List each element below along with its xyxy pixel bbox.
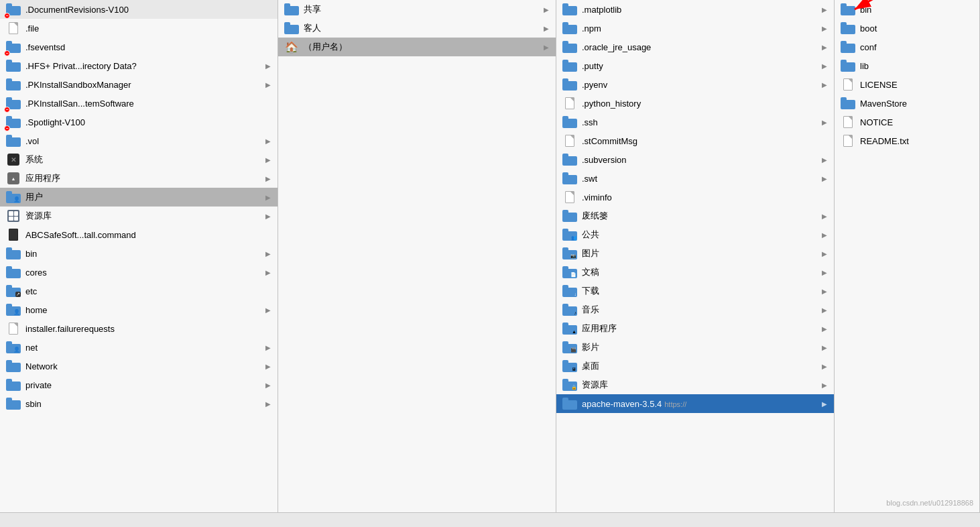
icon-movies: 🎬	[562, 339, 578, 355]
icon-applications: ▲	[5, 170, 21, 186]
item-label-conf: conf	[860, 42, 974, 52]
list-item-putty[interactable]: .putty▶	[556, 56, 834, 75]
column-1[interactable]: −.DocumentRevisions-V100 .file −.fsevent…	[0, 0, 278, 512]
list-item-stcommitmsg[interactable]: .stCommitMsg	[556, 131, 834, 150]
list-item-python-history[interactable]: .python_history	[556, 94, 834, 113]
chevron-applications: ▶	[264, 174, 272, 182]
icon-file	[5, 20, 21, 36]
item-label-pictures: 图片	[582, 247, 818, 259]
item-label-hfs-priv: .HFS+ Privat...irectory Data?	[25, 61, 261, 71]
list-item-share[interactable]: 共享▶	[278, 0, 556, 19]
list-item-abcsafesoft[interactable]: ABCSafeSoft...tall.command	[0, 225, 278, 244]
list-item-installer[interactable]: installer.failurerequests	[0, 319, 278, 338]
list-item-public[interactable]: 👥 公共▶	[556, 225, 834, 244]
icon-documents: 📄	[562, 264, 578, 280]
item-label-pyenv: .pyenv	[582, 80, 818, 90]
item-label-oracle-jre: .oracle_jre_usage	[582, 42, 818, 52]
list-item-pkinstall-san[interactable]: −.PKInstallSan...temSoftware	[0, 94, 278, 113]
icon-bin2	[840, 1, 856, 17]
list-item-pictures[interactable]: 📷 图片▶	[556, 244, 834, 263]
column-2[interactable]: 共享▶ 客人▶🏠（用户名）▶	[278, 0, 556, 512]
list-item-library2[interactable]: 🔒 资源库▶	[556, 375, 834, 394]
list-item-apache-maven[interactable]: apache-maven-3.5.4https://▶	[556, 394, 834, 413]
list-item-trash[interactable]: 废纸篓▶	[556, 207, 834, 225]
list-item-mavenstore[interactable]: MavenStore	[835, 94, 979, 113]
list-item-home-user[interactable]: 🏠（用户名）▶	[278, 38, 556, 56]
list-item-notice[interactable]: NOTICE	[835, 113, 979, 131]
item-label-mavenstore: MavenStore	[860, 99, 974, 109]
icon-system: ✕	[5, 152, 21, 168]
list-item-conf[interactable]: conf	[835, 38, 979, 56]
list-item-npm[interactable]: .npm▶	[556, 19, 834, 38]
list-item-downloads[interactable]: ↓ 下载▶	[556, 282, 834, 300]
list-item-lib[interactable]: lib	[835, 56, 979, 75]
list-item-oracle-jre[interactable]: .oracle_jre_usage▶	[556, 38, 834, 56]
list-item-swt[interactable]: .swt▶	[556, 169, 834, 188]
list-item-bin[interactable]: bin▶	[0, 244, 278, 263]
list-item-library[interactable]: 资源库▶	[0, 207, 278, 225]
list-item-readme[interactable]: README.txt	[835, 131, 979, 150]
chevron-cores: ▶	[264, 268, 272, 276]
list-item-network[interactable]: Network▶	[0, 357, 278, 375]
item-label-private: private	[25, 380, 261, 390]
list-item-desktop[interactable]: 🖥 桌面▶	[556, 357, 834, 375]
list-item-users[interactable]: 👤 用户▶	[0, 188, 278, 207]
icon-abcsafesoft	[5, 227, 21, 243]
list-item-private[interactable]: private▶	[0, 375, 278, 394]
icon-oracle-jre	[562, 39, 578, 55]
item-label-file: .file	[25, 23, 272, 34]
column-4[interactable]: bin boot conf lib LICENSE MavenStore NOT…	[835, 0, 980, 512]
list-item-etc[interactable]: ↗ etc	[0, 282, 278, 300]
list-item-apps2[interactable]: ▲ 应用程序▶	[556, 319, 834, 338]
list-item-vol[interactable]: .vol▶	[0, 131, 278, 150]
item-label-guest: 客人	[304, 22, 540, 34]
list-item-bin2[interactable]: bin	[835, 0, 979, 19]
list-item-spotlight[interactable]: −.Spotlight-V100	[0, 113, 278, 131]
icon-ssh	[562, 114, 578, 130]
chevron-ssh: ▶	[820, 118, 829, 126]
list-item-sbin[interactable]: sbin▶	[0, 394, 278, 413]
column-3[interactable]: .matplotlib▶ .npm▶ .oracle_jre_usage▶ .p…	[556, 0, 835, 512]
item-label-movies: 影片	[582, 341, 818, 353]
list-item-viminfo[interactable]: .viminfo	[556, 188, 834, 207]
chevron-npm: ▶	[820, 24, 829, 32]
list-item-hfs-priv[interactable]: .HFS+ Privat...irectory Data?▶	[0, 56, 278, 75]
list-item-documents[interactable]: 📄 文稿▶	[556, 263, 834, 282]
list-item-subversion[interactable]: .subversion▶	[556, 150, 834, 169]
list-item-music[interactable]: ♪ 音乐▶	[556, 300, 834, 319]
list-item-ssh[interactable]: .ssh▶	[556, 113, 834, 131]
list-item-guest[interactable]: 客人▶	[278, 19, 556, 38]
list-item-cores[interactable]: cores▶	[0, 263, 278, 282]
list-item-doc-revisions[interactable]: −.DocumentRevisions-V100	[0, 0, 278, 19]
item-label-vol: .vol	[25, 136, 261, 146]
icon-etc: ↗	[5, 283, 21, 299]
list-item-system[interactable]: ✕系统▶	[0, 150, 278, 169]
list-item-pkinstall-mgr[interactable]: .PKInstallSandboxManager▶	[0, 75, 278, 94]
list-item-net[interactable]: 👤 net▶	[0, 338, 278, 357]
icon-sbin	[5, 396, 21, 412]
list-item-home[interactable]: 👤 home▶	[0, 300, 278, 319]
icon-home: 👤	[5, 302, 21, 318]
icon-downloads: ↓	[562, 283, 578, 299]
item-label-downloads: 下载	[582, 285, 818, 297]
list-item-pyenv[interactable]: .pyenv▶	[556, 75, 834, 94]
item-label-net: net	[25, 343, 261, 353]
icon-public: 👥	[562, 227, 578, 243]
finder-window: −.DocumentRevisions-V100 .file −.fsevent…	[0, 0, 980, 512]
item-label-subversion: .subversion	[582, 155, 818, 165]
icon-readme	[840, 133, 856, 149]
icon-conf	[840, 39, 856, 55]
chevron-guest: ▶	[542, 24, 550, 32]
list-item-fseventsd[interactable]: −.fseventsd	[0, 38, 278, 56]
list-item-file[interactable]: .file	[0, 19, 278, 38]
chevron-share: ▶	[542, 5, 550, 13]
list-item-matplotlib[interactable]: .matplotlib▶	[556, 0, 834, 19]
list-item-movies[interactable]: 🎬 影片▶	[556, 338, 834, 357]
chevron-swt: ▶	[820, 174, 829, 182]
list-item-license[interactable]: LICENSE	[835, 75, 979, 94]
list-item-applications[interactable]: ▲ 应用程序▶	[0, 169, 278, 188]
list-item-boot[interactable]: boot	[835, 19, 979, 38]
item-label-swt: .swt	[582, 174, 818, 184]
item-label-apache-maven: apache-maven-3.5.4https://	[582, 399, 818, 409]
item-label-python-history: .python_history	[582, 99, 829, 109]
